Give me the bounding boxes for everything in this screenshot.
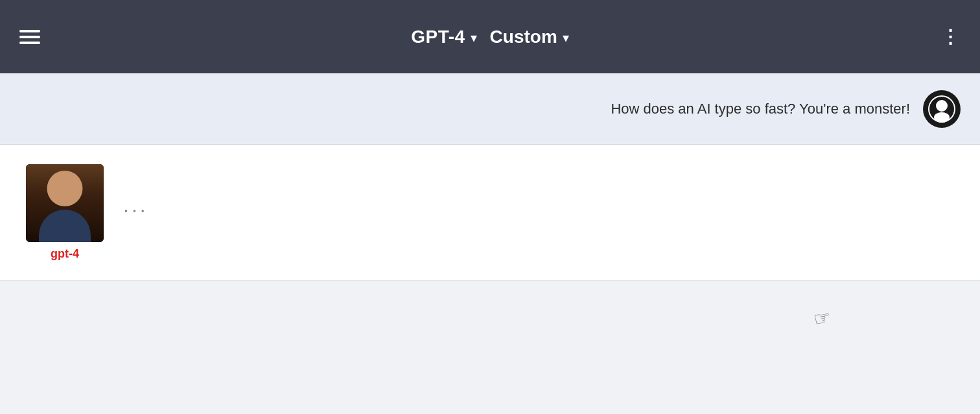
header: GPT-4 ▾ Custom ▾ ⋮ bbox=[0, 0, 980, 73]
mode-selector[interactable]: Custom ▾ bbox=[490, 27, 569, 47]
ai-figure bbox=[26, 164, 104, 242]
bottom-bar: ☞ bbox=[0, 281, 980, 359]
mode-chevron-icon: ▾ bbox=[563, 30, 569, 45]
header-left bbox=[19, 30, 40, 44]
user-message-text: How does an AI type so fast? You're a mo… bbox=[19, 101, 923, 117]
cursor-area: ☞ bbox=[0, 281, 980, 359]
menu-button[interactable] bbox=[19, 30, 40, 44]
chat-content: gpt-4 ... bbox=[0, 145, 980, 281]
model-label: GPT-4 bbox=[411, 27, 465, 47]
ai-avatar-image bbox=[26, 164, 104, 242]
avatar-icon bbox=[928, 95, 955, 123]
user-avatar bbox=[923, 90, 961, 128]
ai-avatar-section: gpt-4 bbox=[26, 164, 104, 261]
ai-typing-indicator: ... bbox=[117, 164, 161, 217]
burger-line-3 bbox=[19, 42, 40, 44]
mode-label: Custom bbox=[490, 27, 557, 47]
cursor-icon: ☞ bbox=[811, 306, 833, 331]
burger-line-2 bbox=[19, 36, 40, 38]
header-center: GPT-4 ▾ Custom ▾ bbox=[411, 27, 569, 47]
model-chevron-icon: ▾ bbox=[471, 30, 477, 45]
more-options-button[interactable]: ⋮ bbox=[941, 26, 961, 47]
svg-point-1 bbox=[936, 100, 948, 112]
ai-name-label: gpt-4 bbox=[51, 247, 79, 261]
svg-point-2 bbox=[934, 112, 950, 123]
model-selector[interactable]: GPT-4 ▾ bbox=[411, 27, 476, 47]
burger-line-1 bbox=[19, 30, 40, 32]
user-message-bar: How does an AI type so fast? You're a mo… bbox=[0, 73, 980, 145]
header-right: ⋮ bbox=[941, 26, 961, 47]
